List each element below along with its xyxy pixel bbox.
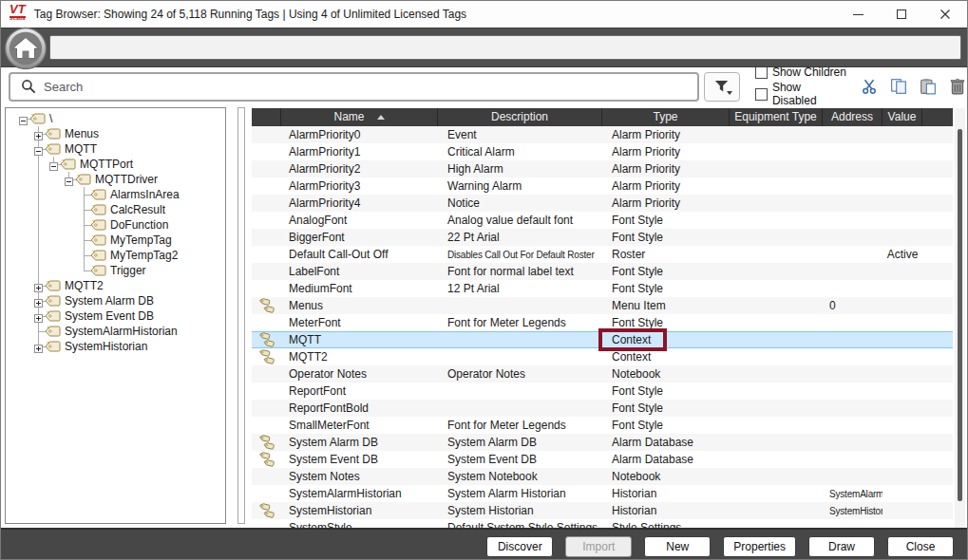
- column-header-equipment-type[interactable]: Equipment Type: [730, 108, 823, 126]
- tree-expand-toggle[interactable]: [34, 343, 43, 351]
- checkbox-icon: [755, 88, 768, 101]
- cell-type: Menu Item: [602, 299, 730, 312]
- cell-type: Notebook: [602, 367, 730, 381]
- home-button[interactable]: [4, 27, 47, 70]
- tree-expand-toggle[interactable]: [34, 312, 43, 321]
- new-button[interactable]: New: [644, 536, 711, 557]
- cell-name: MeterFont: [281, 316, 438, 329]
- tree-item--[interactable]: \: [6, 111, 225, 126]
- delete-button[interactable]: [948, 77, 967, 96]
- tree-item-label: System Event DB: [65, 309, 154, 323]
- tree-item-trigger[interactable]: Trigger: [6, 263, 225, 278]
- column-header-address[interactable]: Address: [823, 108, 883, 126]
- tree-item-mqttport[interactable]: MQTTPort: [6, 157, 225, 172]
- table-row-alarmpriority1[interactable]: AlarmPriority1 Critical Alarm Alarm Prio…: [252, 143, 953, 160]
- table-row-alarmpriority2[interactable]: AlarmPriority2 High Alarm Alarm Priority: [252, 160, 953, 177]
- cut-button[interactable]: [860, 77, 879, 96]
- title-bar: VTScada Tag Browser: Showing 24 of 5,118…: [1, 1, 967, 28]
- tree-item-menus[interactable]: Menus: [6, 126, 225, 141]
- filter-button[interactable]: [704, 72, 740, 102]
- table-scrollbar[interactable]: [955, 108, 965, 528]
- tag-icon: [45, 295, 61, 307]
- tree-item-system-alarm-db[interactable]: System Alarm DB: [6, 293, 225, 308]
- table-row-systemstyle[interactable]: SystemStyle Default System Style Setting…: [252, 519, 953, 528]
- tree-item-mytemptag2[interactable]: MyTempTag2: [6, 248, 225, 263]
- table-row-alarmpriority0[interactable]: AlarmPriority0 Event Alarm Priority: [252, 126, 953, 143]
- close-button[interactable]: [923, 1, 967, 28]
- draw-button[interactable]: Draw: [808, 536, 875, 557]
- table-row-system-alarm-db[interactable]: System Alarm DB System Alarm DB Alarm Da…: [252, 434, 953, 451]
- table-row-systemalarmhistorian[interactable]: SystemAlarmHistorian System Alarm Histor…: [252, 485, 953, 502]
- copy-button[interactable]: [889, 77, 908, 96]
- cell-type: Alarm Priority: [602, 128, 730, 141]
- column-header-description[interactable]: Description: [438, 108, 602, 126]
- table-row-operator-notes[interactable]: Operator Notes Operator Notes Notebook: [252, 365, 953, 383]
- close-icon: [940, 9, 951, 20]
- table-row-reportfont[interactable]: ReportFont Font Style: [252, 383, 953, 400]
- table-row-system-event-db[interactable]: System Event DB System Event DB Alarm Da…: [252, 451, 953, 468]
- tree-expand-toggle[interactable]: [49, 160, 58, 169]
- tree-item-mqtt2[interactable]: MQTT2: [6, 278, 225, 293]
- table-row-smallmeterfont[interactable]: SmallMeterFont Font for Meter Legends Fo…: [252, 417, 953, 434]
- row-icon-cell: [252, 349, 281, 364]
- column-header-spacer[interactable]: [252, 108, 281, 126]
- table-row-analogfont[interactable]: AnalogFont Analog value default font Fon…: [252, 212, 953, 229]
- cell-name: ReportFont: [281, 384, 438, 398]
- tree-item-systemhistorian[interactable]: SystemHistorian: [6, 339, 225, 354]
- table-row-labelfont[interactable]: LabelFont Font for normal label text Fon…: [252, 263, 953, 280]
- tree-item-label: MQTTPort: [80, 158, 133, 171]
- tag-icon: [45, 128, 61, 140]
- column-header-type[interactable]: Type: [602, 108, 730, 126]
- tree-expand-toggle[interactable]: [34, 297, 43, 306]
- tree-item-mqtt[interactable]: MQTT: [6, 141, 225, 157]
- minimize-button[interactable]: [836, 1, 880, 28]
- column-header-name[interactable]: Name: [281, 108, 438, 126]
- navigation-panel: [49, 35, 961, 60]
- table-row-alarmpriority3[interactable]: AlarmPriority3 Warning Alarm Alarm Prior…: [252, 177, 953, 195]
- table-row-systemhistorian[interactable]: SystemHistorian System Historian Histori…: [252, 502, 953, 519]
- maximize-button[interactable]: [880, 1, 923, 28]
- cell-type: Historian: [602, 487, 730, 500]
- properties-button[interactable]: Properties: [723, 536, 796, 557]
- show-disabled-checkbox[interactable]: Show Disabled: [755, 81, 846, 107]
- main-area: \MenusMQTTMQTTPortMQTTDriverAlarmsInArea…: [1, 105, 967, 528]
- table-row-mediumfont[interactable]: MediumFont 12 Pt Arial Font Style: [252, 280, 953, 297]
- tree-item-label: System Alarm DB: [65, 294, 154, 308]
- tree-expand-toggle[interactable]: [34, 145, 43, 154]
- tree-item-alarmsinarea[interactable]: AlarmsInArea: [6, 187, 225, 202]
- cell-name: MQTT2: [281, 350, 438, 364]
- cell-name: System Event DB: [281, 453, 438, 466]
- paste-button[interactable]: [919, 77, 938, 96]
- cell-description: Analog value default font: [438, 214, 602, 227]
- table-row-menus[interactable]: Menus Menu Item 0: [252, 297, 953, 314]
- search-box[interactable]: [9, 72, 699, 102]
- table-body: AlarmPriority0 Event Alarm Priority Alar…: [252, 126, 953, 528]
- tree-item-mqttdriver[interactable]: MQTTDriver: [6, 172, 225, 187]
- tree-expand-toggle[interactable]: [19, 115, 28, 123]
- table-row-alarmpriority4[interactable]: AlarmPriority4 Notice Alarm Priority: [252, 195, 953, 212]
- cell-type: Font Style: [602, 401, 730, 415]
- column-header-spacer[interactable]: [922, 108, 953, 126]
- cell-type: Context: [602, 350, 730, 364]
- search-input[interactable]: [44, 80, 690, 94]
- column-header-value[interactable]: Value: [883, 108, 922, 126]
- table-row-reportfontbold[interactable]: ReportFontBold Font Style: [252, 400, 953, 417]
- close-button[interactable]: Close: [887, 536, 954, 557]
- show-children-checkbox[interactable]: Show Children: [755, 65, 846, 79]
- tree-expand-toggle[interactable]: [34, 130, 43, 139]
- tree-item-systemalarmhistorian[interactable]: SystemAlarmHistorian: [6, 324, 225, 339]
- cell-type: Font Style: [602, 316, 730, 329]
- tree-scrollbar[interactable]: [237, 107, 245, 524]
- tree-item-dofunction[interactable]: DoFunction: [6, 217, 225, 233]
- table-row-biggerfont[interactable]: BiggerFont 22 Pt Arial Font Style: [252, 229, 953, 246]
- tree-item-calcresult[interactable]: CalcResult: [6, 202, 225, 217]
- tree-item-system-event-db[interactable]: System Event DB: [6, 308, 225, 324]
- tree-item-mytemptag[interactable]: MyTempTag: [6, 233, 225, 248]
- tree-expand-toggle[interactable]: [34, 282, 43, 290]
- discover-button[interactable]: Discover: [486, 536, 553, 557]
- scrollbar-thumb[interactable]: [958, 129, 962, 501]
- table-row-default-call-out-off[interactable]: Default Call-Out Off Disables Call Out F…: [252, 246, 953, 263]
- tree-expand-toggle[interactable]: [65, 176, 73, 184]
- cell-name: AlarmPriority0: [281, 128, 438, 141]
- table-row-system-notes[interactable]: System Notes System Notebook Notebook: [252, 468, 953, 485]
